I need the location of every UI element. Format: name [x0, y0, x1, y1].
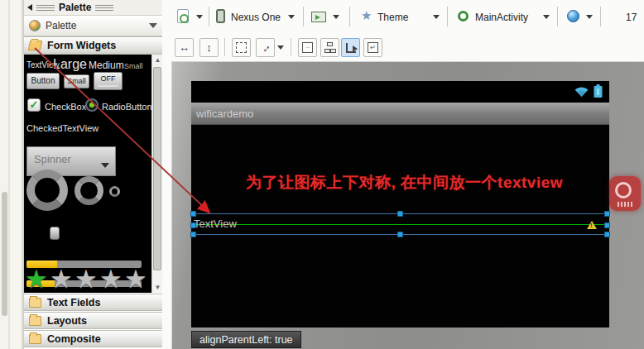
section-composite[interactable]: Composite — [24, 330, 162, 347]
resize-handle[interactable] — [190, 232, 196, 237]
adt-graphical-layout-editor: Palette Palette Form Widgets TextView La… — [0, 0, 644, 349]
resize-handle[interactable] — [604, 211, 610, 217]
textview-label: TextView — [194, 218, 237, 230]
activity-selector[interactable]: MainActivity — [475, 12, 528, 23]
csdn-watermark — [609, 176, 641, 211]
theme-dropdown-icon[interactable] — [433, 15, 440, 19]
widget-toggle-button[interactable]: OFF — [94, 72, 123, 90]
widget-checkbox-icon[interactable]: ✓ — [27, 98, 41, 112]
locale-button[interactable] — [567, 10, 579, 22]
section-label: Form Widgets — [47, 40, 116, 51]
folder-icon — [29, 316, 41, 326]
resize-handle[interactable] — [604, 222, 610, 228]
section-text-fields[interactable]: Text Fields — [24, 294, 162, 311]
globe-icon — [567, 10, 579, 22]
toggle-label: OFF — [101, 74, 116, 83]
android-version-button[interactable] — [610, 9, 621, 22]
locale-dropdown-icon[interactable] — [586, 15, 593, 19]
config-dropdown-icon[interactable] — [196, 15, 203, 19]
warning-icon — [587, 221, 597, 229]
expand-dropdown-icon[interactable] — [277, 45, 284, 50]
ratingbar-star[interactable]: ★ — [124, 267, 147, 292]
activity-icon — [458, 11, 469, 22]
palette-panel: Palette Palette Form Widgets TextView La… — [23, 0, 162, 349]
palette-view-row[interactable]: Palette — [24, 15, 162, 36]
widget-small-button[interactable]: Small — [64, 74, 89, 88]
palette-tab-header[interactable]: Palette — [24, 0, 162, 15]
device-screen[interactable]: wificardemo 为了让图标上下对称, 在中间放一个textview Te… — [191, 81, 609, 327]
annotation-text: 为了让图标上下对称, 在中间放一个textview — [246, 172, 563, 194]
status-bar — [191, 81, 609, 103]
orientation-dropdown-icon[interactable] — [333, 15, 339, 19]
widget-medium-text[interactable]: Medium — [89, 60, 124, 71]
widget-large-text[interactable]: Large — [53, 57, 87, 72]
seekbar-thumb[interactable] — [50, 227, 60, 240]
spinner-arrow-icon — [101, 163, 109, 168]
ratingbar-star-on[interactable]: ★ — [25, 267, 48, 292]
property-tooltip: alignParentLeft: true — [191, 331, 301, 348]
section-label: Layouts — [47, 315, 87, 327]
theme-selector[interactable]: Theme — [377, 12, 408, 23]
section-form-widgets[interactable]: Form Widgets — [24, 36, 162, 55]
section-layouts[interactable]: Layouts — [24, 312, 162, 329]
show-structure-button[interactable] — [320, 38, 339, 57]
view-menu-icon[interactable] — [149, 23, 157, 28]
scroll-up-icon[interactable]: ▲ — [152, 55, 162, 65]
resize-handle[interactable] — [604, 232, 610, 237]
resize-handle[interactable] — [190, 211, 196, 217]
collapse-left-icon[interactable] — [27, 4, 32, 11]
outline-toggle-button[interactable] — [232, 38, 251, 57]
fill-width-button[interactable]: ↔ — [175, 38, 194, 57]
toggle-indicator — [98, 85, 118, 87]
device-selector[interactable]: Nexus One — [231, 12, 281, 23]
ratingbar-star[interactable]: ★ — [74, 267, 98, 292]
widget-radiobutton-label[interactable]: RadioButton — [102, 102, 152, 112]
app-title: wificardemo — [196, 108, 253, 120]
snap-to-grid-button[interactable] — [341, 38, 360, 57]
android-robot-icon — [610, 9, 621, 22]
theme-icon: ★ — [361, 9, 372, 22]
baseline-indicator — [191, 224, 609, 225]
scroll-down-icon[interactable]: ▼ — [152, 282, 162, 293]
tab-decor-lines — [95, 5, 113, 11]
spinner-label: Spinner — [34, 153, 71, 165]
resize-handle[interactable] — [190, 222, 196, 228]
config-toolbar: Nexus One ★ Theme MainActivity 17 — [162, 0, 644, 34]
widget-progressbar-large[interactable] — [26, 170, 68, 211]
device-dropdown-icon[interactable] — [288, 15, 295, 19]
widget-radiobutton-icon[interactable] — [85, 98, 99, 112]
open-folder-icon — [28, 41, 43, 50]
widget-progressbar-medium[interactable] — [74, 176, 103, 205]
widget-small-text[interactable]: Small — [124, 62, 143, 70]
strip-grab-handle[interactable] — [2, 192, 7, 316]
wifi-icon — [574, 85, 589, 98]
ratingbar-star[interactable]: ★ — [99, 267, 123, 292]
config-chooser-button[interactable] — [177, 9, 189, 23]
widget-checkbox-label[interactable]: CheckBox — [45, 102, 86, 112]
palette-icon — [29, 20, 41, 31]
palette-scrollbar[interactable]: ▲ ▼ — [151, 55, 162, 293]
widget-checkedtextview[interactable]: CheckedTextView — [26, 123, 99, 133]
tab-decor-lines — [36, 5, 55, 11]
collapsed-view-strip[interactable] — [0, 0, 23, 349]
textview-selection[interactable]: TextView — [191, 213, 609, 235]
ratingbar-star[interactable]: ★ — [50, 267, 73, 292]
device-icon — [216, 9, 225, 23]
section-label: Text Fields — [47, 297, 100, 308]
scroll-thumb[interactable] — [153, 67, 161, 270]
orientation-button[interactable] — [311, 12, 326, 22]
canvas-toolbar: ↔ ↕ ↔ ∙∙ ↵ — [162, 34, 644, 61]
resize-handle[interactable] — [397, 232, 403, 237]
fill-height-button[interactable]: ↕ — [199, 38, 219, 57]
expand-canvas-button[interactable]: ↔ — [256, 38, 275, 57]
widget-button[interactable]: Button — [26, 73, 60, 89]
palette-view-title: Palette — [46, 20, 144, 31]
design-canvas[interactable]: wificardemo 为了让图标上下对称, 在中间放一个textview Te… — [171, 61, 644, 349]
widget-progressbar-small[interactable] — [109, 186, 120, 197]
show-margins-button[interactable]: ∙∙ — [298, 38, 317, 57]
activity-dropdown-icon[interactable] — [543, 15, 550, 19]
include-layout-button[interactable]: ↵ — [363, 38, 382, 57]
layout-editor-area: Nexus One ★ Theme MainActivity 17 ↔ — [162, 0, 644, 349]
config-icon — [177, 9, 189, 23]
resize-handle[interactable] — [397, 211, 403, 217]
